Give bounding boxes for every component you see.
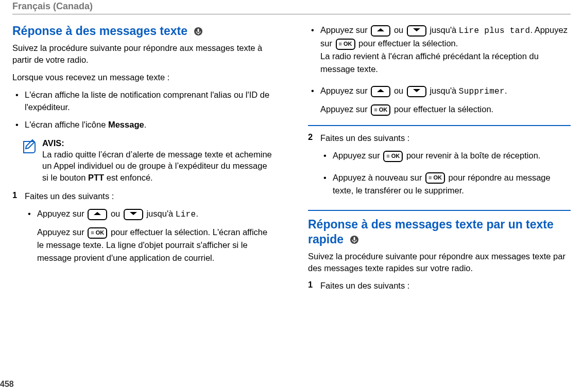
text-fragment: ou	[111, 209, 123, 218]
text-fragment: jusqu'à	[430, 25, 458, 34]
ok-key-icon: ≡ OK	[425, 172, 445, 184]
ok-key-icon: ≡ OK	[383, 151, 403, 162]
text-fragment: pour effectuer la sélection.	[358, 39, 458, 48]
notification-list: L'écran affiche la liste de notification…	[12, 89, 275, 131]
step-2: 2 Faites un des suivants : Appuyez sur ≡…	[308, 132, 571, 206]
text-fragment: pour revenir à la boîte de réception.	[406, 151, 541, 160]
step-number: 2	[308, 132, 320, 206]
right-column: Appuyez sur ou jusqu'à Lire plus tard. A…	[308, 24, 571, 296]
text-fragment: Appuyez sur	[320, 25, 370, 34]
step-body: Faites un des suivants :	[320, 280, 571, 292]
text-fragment: Appuyez à nouveau sur	[333, 173, 424, 182]
step-divider	[308, 125, 571, 126]
text-fragment: est enfoncé.	[104, 173, 152, 182]
left-column: Réponse à des messages texte Suivez la p…	[12, 24, 275, 296]
down-key-icon	[407, 86, 426, 97]
step-body: Faites un des suivants : Appuyez sur ou …	[25, 190, 275, 273]
note-icon	[21, 138, 38, 158]
step-number: 1	[12, 190, 25, 273]
page-number: 458	[0, 380, 14, 389]
svg-rect-4	[354, 237, 355, 240]
down-key-icon	[124, 209, 143, 220]
radio-mic-icon	[350, 233, 359, 248]
section-title-quick-text: Réponse à des messages texte par un text…	[308, 217, 571, 247]
page: Français (Canada) Réponse à des messages…	[0, 0, 583, 392]
intro2-text: Suivez la procédure suivante pour répond…	[308, 251, 571, 274]
text-fragment: L'écran affiche l'icône	[25, 120, 108, 129]
text-fragment: jusqu'à	[430, 86, 458, 95]
text-fragment: Appuyez sur	[333, 151, 382, 160]
list-item: Appuyez sur ou jusqu'à Supprimer. Appuye…	[308, 84, 571, 116]
list-item: Appuyez sur ou jusqu'à Lire. Appuyez sur	[25, 207, 275, 264]
bold-message: Message	[108, 120, 144, 129]
text-fragment: Appuyez sur	[37, 209, 87, 218]
text-fragment: ou	[394, 25, 406, 34]
two-column-layout: Réponse à des messages texte Suivez la p…	[12, 24, 571, 296]
ok-key-icon: ≡ OK	[88, 227, 107, 239]
step-text: Faites un des suivants :	[320, 133, 409, 142]
section-title-reply-text: Réponse à des messages texte	[12, 24, 275, 39]
text-fragment: Appuyez sur	[37, 227, 87, 237]
list-item: L'écran affiche l'icône Message.	[12, 119, 275, 131]
header-rule	[12, 14, 571, 14]
up-key-icon	[371, 86, 390, 97]
mono-lire: Lire	[176, 210, 196, 219]
step-body: Faites un des suivants : Appuyez sur ≡ O…	[320, 132, 571, 206]
up-key-icon	[88, 209, 107, 220]
title-text: Réponse à des messages texte par un text…	[308, 218, 554, 246]
header-language: Français (Canada)	[12, 0, 571, 12]
mono-supprimer: Supprimer	[459, 87, 505, 96]
ok-key-icon: ≡ OK	[336, 39, 355, 50]
step-1-options: Appuyez sur ou jusqu'à Lire. Appuyez sur	[25, 207, 275, 264]
list-item: Appuyez à nouveau sur ≡ OK pour répondre…	[320, 171, 571, 197]
notice-block: AVIS: La radio quitte l’écran d’alerte d…	[21, 137, 275, 183]
notice-label: AVIS:	[42, 138, 64, 148]
text-fragment: .	[505, 86, 507, 95]
step-2-options: Appuyez sur ≡ OK pour revenir à la boîte…	[320, 149, 571, 197]
text-fragment: ou	[394, 86, 406, 95]
down-key-icon	[407, 25, 426, 37]
up-key-icon	[371, 25, 390, 37]
ok-key-icon: ≡ OK	[371, 104, 390, 116]
radio-mic-icon	[194, 25, 203, 40]
step-1-continued: Appuyez sur ou jusqu'à Lire plus tard. A…	[308, 24, 571, 116]
title-text: Réponse à des messages texte	[12, 24, 187, 38]
list-item: L'écran affiche la liste de notification…	[12, 89, 275, 114]
text-fragment: .	[196, 209, 198, 218]
text-fragment: La radio revient à l'écran affiché précé…	[320, 51, 539, 74]
text-fragment: .	[144, 120, 147, 129]
svg-rect-1	[198, 28, 199, 32]
list-item: Appuyez sur ≡ OK pour revenir à la boîte…	[320, 149, 571, 162]
list-item: Appuyez sur ou jusqu'à Lire plus tard. A…	[308, 24, 571, 75]
step-1b: 1 Faites un des suivants :	[308, 280, 571, 292]
when-text: Lorsque vous recevez un message texte :	[12, 72, 275, 83]
text-fragment: La radio quitte l’écran d’alerte de mess…	[42, 150, 272, 182]
text-fragment: Appuyez sur	[320, 104, 370, 114]
step-number: 1	[308, 280, 320, 292]
step-text: Faites un des suivants :	[25, 191, 114, 201]
bold-ptt: PTT	[88, 173, 104, 182]
text-fragment: jusqu'à	[146, 209, 175, 218]
notice-body: AVIS: La radio quitte l’écran d’alerte d…	[42, 137, 275, 183]
section-divider	[308, 210, 571, 211]
mono-lire-plus-tard: Lire plus tard	[459, 26, 530, 35]
text-fragment: Appuyez sur	[320, 86, 370, 95]
text-fragment: pour effectuer la sélection.	[394, 104, 493, 114]
step-1: 1 Faites un des suivants : Appuyez sur o…	[12, 190, 275, 273]
intro-text: Suivez la procédure suivante pour répond…	[12, 42, 275, 65]
